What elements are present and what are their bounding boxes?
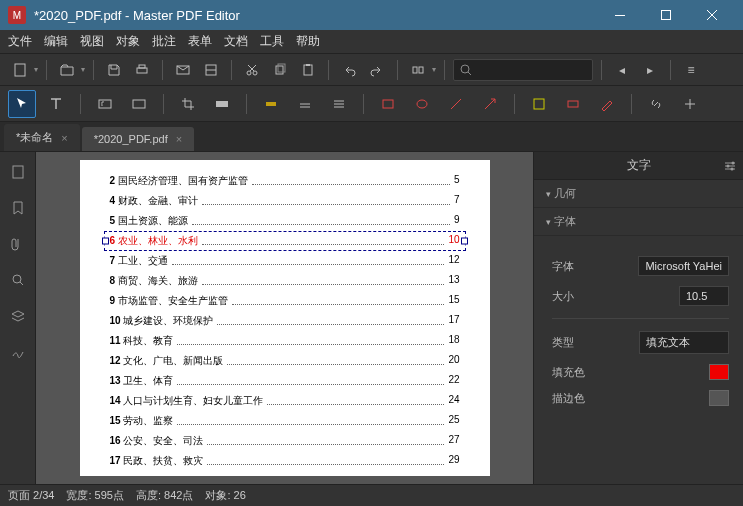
line-tool[interactable] [442, 90, 470, 118]
type-label: 类型 [552, 335, 574, 350]
new-button[interactable] [8, 58, 32, 82]
toc-row[interactable]: 4 财政、金融、审计7 [110, 194, 460, 208]
cut-button[interactable] [240, 58, 264, 82]
copy-button[interactable] [268, 58, 292, 82]
redo-button[interactable] [365, 58, 389, 82]
menu-tools[interactable]: 工具 [260, 33, 284, 50]
redact-tool[interactable] [208, 90, 236, 118]
toc-row[interactable]: 2 国民经济管理、国有资产监管5 [110, 174, 460, 188]
menu-icon[interactable]: ≡ [679, 58, 703, 82]
stamp-tool[interactable] [559, 90, 587, 118]
arrow-tool[interactable] [476, 90, 504, 118]
toc-row[interactable]: 13 卫生、体育22 [110, 374, 460, 388]
search-panel-button[interactable] [6, 268, 30, 292]
edit-text-tool[interactable] [91, 90, 119, 118]
menu-document[interactable]: 文档 [224, 33, 248, 50]
menu-object[interactable]: 对象 [116, 33, 140, 50]
section-geometry[interactable]: 几何 [534, 180, 743, 208]
email-button[interactable] [171, 58, 195, 82]
stroke-label: 描边色 [552, 391, 585, 406]
size-value[interactable]: 10.5 [679, 286, 729, 306]
dropdown-icon[interactable]: ▾ [34, 65, 38, 74]
menu-edit[interactable]: 编辑 [44, 33, 68, 50]
prev-search-button[interactable]: ◂ [610, 58, 634, 82]
menu-forms[interactable]: 表单 [188, 33, 212, 50]
menu-help[interactable]: 帮助 [296, 33, 320, 50]
next-search-button[interactable]: ▸ [638, 58, 662, 82]
underline-tool[interactable] [291, 90, 319, 118]
tab-untitled[interactable]: *未命名× [4, 124, 80, 151]
pencil-tool[interactable] [593, 90, 621, 118]
tab-2020pdf[interactable]: *2020_PDF.pdf× [82, 127, 194, 151]
highlight-tool[interactable] [257, 90, 285, 118]
status-width: 宽度: 595点 [66, 488, 123, 503]
toc-row[interactable]: 17 民政、扶贫、救灾29 [110, 454, 460, 468]
menu-annotate[interactable]: 批注 [152, 33, 176, 50]
close-icon[interactable]: × [61, 132, 67, 144]
dropdown-icon[interactable]: ▾ [81, 65, 85, 74]
svg-rect-20 [383, 100, 393, 108]
undo-button[interactable] [337, 58, 361, 82]
scan-button[interactable] [199, 58, 223, 82]
section-font[interactable]: 字体 [534, 208, 743, 236]
print-button[interactable] [130, 58, 154, 82]
window-title: *2020_PDF.pdf - Master PDF Editor [34, 8, 597, 23]
more-tools[interactable] [676, 90, 704, 118]
pages-panel-button[interactable] [6, 160, 30, 184]
rectangle-tool[interactable] [374, 90, 402, 118]
toc-row[interactable]: 10 城乡建设、环境保护17 [110, 314, 460, 328]
edit-form-tool[interactable] [125, 90, 153, 118]
toc-row[interactable]: 14 人口与计划生育、妇女儿童工作24 [110, 394, 460, 408]
paste-button[interactable] [296, 58, 320, 82]
close-icon[interactable]: × [176, 133, 182, 145]
document-tabs: *未命名× *2020_PDF.pdf× [0, 122, 743, 152]
svg-rect-3 [137, 68, 147, 73]
toc-row[interactable]: 16 公安、安全、司法27 [110, 434, 460, 448]
sticky-note-tool[interactable] [525, 90, 553, 118]
toc-row[interactable]: 9 市场监管、安全生产监管15 [110, 294, 460, 308]
minimize-button[interactable] [597, 0, 643, 30]
toc-row[interactable]: 12 文化、广电、新闻出版20 [110, 354, 460, 368]
stroke-color-swatch[interactable] [709, 390, 729, 406]
signatures-panel-button[interactable] [6, 340, 30, 364]
toc-row[interactable]: 15 劳动、监察25 [110, 414, 460, 428]
toc-row[interactable]: 5 国土资源、能源9 [110, 214, 460, 228]
svg-rect-0 [615, 15, 625, 16]
toc-row[interactable]: 6 农业、林业、水利10 [110, 234, 460, 248]
svg-rect-22 [534, 99, 544, 109]
select-tool[interactable] [8, 90, 36, 118]
close-button[interactable] [689, 0, 735, 30]
svg-point-15 [461, 65, 469, 73]
ellipse-tool[interactable] [408, 90, 436, 118]
attachments-panel-button[interactable] [6, 232, 30, 256]
menu-file[interactable]: 文件 [8, 33, 32, 50]
font-value[interactable]: Microsoft YaHei [638, 256, 729, 276]
settings-icon[interactable] [723, 159, 737, 173]
svg-rect-14 [419, 67, 423, 73]
search-box[interactable] [453, 59, 593, 81]
fill-color-swatch[interactable] [709, 364, 729, 380]
save-button[interactable] [102, 58, 126, 82]
text-select-tool[interactable] [42, 90, 70, 118]
status-objects: 对象: 26 [205, 488, 245, 503]
strikeout-tool[interactable] [325, 90, 353, 118]
toc-row[interactable]: 8 商贸、海关、旅游13 [110, 274, 460, 288]
menu-view[interactable]: 视图 [80, 33, 104, 50]
toc-row[interactable]: 7 工业、交通12 [110, 254, 460, 268]
search-input[interactable] [471, 64, 586, 76]
layers-panel-button[interactable] [6, 304, 30, 328]
crop-tool[interactable] [174, 90, 202, 118]
open-button[interactable] [55, 58, 79, 82]
svg-rect-23 [568, 101, 578, 107]
status-height: 高度: 842点 [136, 488, 193, 503]
svg-point-8 [253, 71, 257, 75]
document-viewport[interactable]: 2 国民经济管理、国有资产监管54 财政、金融、审计75 国土资源、能源96 农… [36, 152, 533, 484]
toc-row[interactable]: 11 科技、教育18 [110, 334, 460, 348]
dropdown-icon[interactable]: ▾ [432, 65, 436, 74]
type-value[interactable]: 填充文本 [639, 331, 729, 354]
zoom-button[interactable] [406, 58, 430, 82]
app-logo: M [8, 6, 26, 24]
maximize-button[interactable] [643, 0, 689, 30]
link-tool[interactable] [642, 90, 670, 118]
bookmarks-panel-button[interactable] [6, 196, 30, 220]
